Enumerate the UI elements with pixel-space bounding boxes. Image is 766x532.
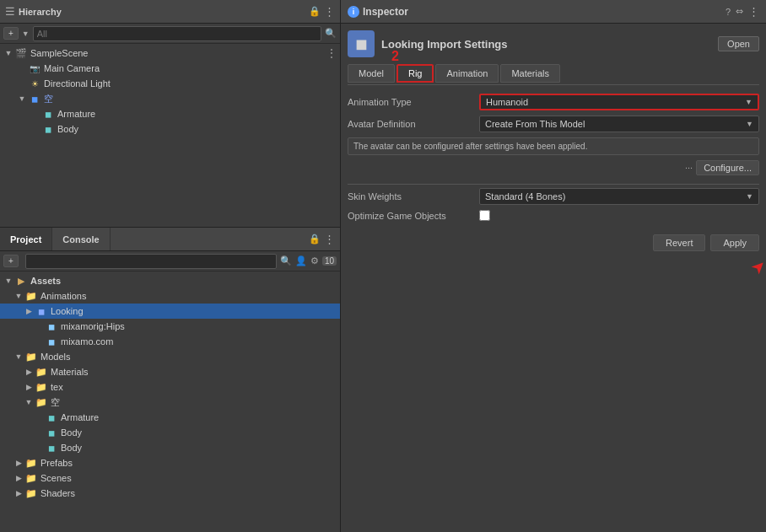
left-panel: ☰ Hierarchy 🔒 ⋮ + ▼ 🔍 ▼ 🎬 SampleScene ⋮ xyxy=(0,0,341,532)
hierarchy-search-input[interactable] xyxy=(33,26,321,41)
tab-materials[interactable]: Materials xyxy=(500,64,560,83)
tab-rig[interactable]: Rig xyxy=(396,64,434,83)
cube-icon2: ◼ xyxy=(42,123,54,135)
proj-item-looking[interactable]: ▶ ◼ Looking ➤ 1 xyxy=(0,304,340,319)
optimize-checkbox[interactable] xyxy=(479,210,490,221)
folder-icon-models: 📁 xyxy=(25,351,37,363)
proj-label: Materials xyxy=(51,367,89,377)
proj-item-models[interactable]: ▼ 📁 Models xyxy=(0,349,340,364)
fbx-asset-icon: ◼ xyxy=(355,35,368,53)
proj-item-armature2[interactable]: ▶ ◼ Armature xyxy=(0,410,340,425)
tree-label: 空 xyxy=(44,93,53,105)
info-icon: i xyxy=(348,6,359,18)
folder-icon-shaders: 📁 xyxy=(25,487,37,499)
skin-weights-dropdown[interactable]: Standard (4 Bones) ▼ xyxy=(479,188,759,205)
project-tab-row: Project Console 🔒 ⋮ xyxy=(0,228,340,251)
proj-item-materials[interactable]: ▶ 📁 Materials xyxy=(0,364,340,379)
inspector-layout-icon[interactable]: ⇔ xyxy=(736,6,743,17)
hierarchy-menu-icon[interactable]: ☰ xyxy=(5,5,15,18)
folder-arrow: ▶ xyxy=(24,383,34,391)
optimize-label: Optimize Game Objects xyxy=(348,211,474,221)
proj-item-prefabs[interactable]: ▶ 📁 Prefabs xyxy=(0,455,340,470)
project-filter-icon[interactable]: ⚙ xyxy=(310,255,319,266)
folder-arrow: ▼ xyxy=(13,352,24,361)
lock-icon[interactable]: 🔒 xyxy=(309,234,321,245)
inspector-dots-icon[interactable]: ⋮ xyxy=(748,5,759,18)
folder-arrow: ▶ xyxy=(24,307,34,315)
proj-item-assets[interactable]: ▼ ▶ Assets xyxy=(0,273,340,288)
tree-dots[interactable]: ⋮ xyxy=(326,47,337,59)
proj-label: Models xyxy=(40,352,70,362)
project-tab-label: Project xyxy=(10,234,41,245)
hierarchy-search-icon[interactable]: 🔍 xyxy=(325,28,337,39)
tab-model[interactable]: Model xyxy=(348,64,395,83)
folder-icon-assets: ▶ xyxy=(15,275,27,287)
configure-button[interactable]: Configure... xyxy=(696,160,759,175)
proj-item-scenes[interactable]: ▶ 📁 Scenes xyxy=(0,470,340,486)
animation-type-dropdown[interactable]: Humanoid ▼ xyxy=(479,94,759,110)
dropdown-arrow3: ▼ xyxy=(746,192,753,201)
folder-icon-tex: 📁 xyxy=(35,381,47,393)
hierarchy-add-button[interactable]: + xyxy=(3,27,19,40)
skin-weights-value: Standard (4 Bones) xyxy=(485,191,565,202)
animation-type-row: Animation Type Humanoid ▼ 3 xyxy=(348,94,759,110)
tree-item-empty[interactable]: ▼ ◼ 空 xyxy=(0,91,340,106)
folder-arrow: ▶ xyxy=(24,368,34,376)
tree-label: SampleScene xyxy=(30,48,89,58)
inspector-panel: i Inspector ? ⇔ ⋮ ◼ Looking Import Setti… xyxy=(341,0,766,532)
proj-label: Animations xyxy=(40,291,86,301)
dots-icon[interactable]: ⋮ xyxy=(324,233,335,245)
proj-label: 空 xyxy=(51,396,60,409)
tree-arrow: ▼ xyxy=(3,49,13,57)
tabs-container: Model Rig Animation Materials 2 xyxy=(348,64,759,85)
tree-label: Body xyxy=(57,124,78,134)
open-button[interactable]: Open xyxy=(718,36,759,51)
hierarchy-dropdown-icon[interactable]: ▼ xyxy=(22,30,30,38)
project-add-button[interactable]: + xyxy=(3,255,19,267)
project-collab-icon[interactable]: 👤 xyxy=(295,255,307,266)
proj-item-body2[interactable]: ▶ ◼ Body xyxy=(0,425,340,440)
tree-label: Armature xyxy=(57,109,95,119)
cube-icon-arm: ◼ xyxy=(46,411,57,423)
inspector-help-icon[interactable]: ? xyxy=(726,7,731,17)
configure-row: ... Configure... xyxy=(348,160,759,175)
proj-item-empty2[interactable]: ▼ 📁 空 xyxy=(0,395,340,410)
revert-button[interactable]: Revert xyxy=(653,234,705,251)
proj-label: Looking xyxy=(51,306,84,316)
tree-item-body[interactable]: ▶ ◼ Body xyxy=(0,121,340,137)
project-badge: 10 xyxy=(322,256,337,266)
annotation-2: 2 xyxy=(391,49,399,64)
proj-label: Scenes xyxy=(40,473,72,483)
scene-icon: 🎬 xyxy=(15,47,27,59)
inspector-header-right: ? ⇔ ⋮ xyxy=(726,5,759,18)
tab-console[interactable]: Console xyxy=(52,228,110,250)
tree-item-samplescene[interactable]: ▼ 🎬 SampleScene ⋮ xyxy=(0,46,340,61)
tree-item-directionallight[interactable]: ▶ ☀ Directional Light xyxy=(0,76,340,91)
proj-item-animations[interactable]: ▼ 📁 Animations xyxy=(0,288,340,304)
proj-item-mixamo[interactable]: ▶ ◼ mixamo.com xyxy=(0,334,340,349)
proj-label: Prefabs xyxy=(40,458,73,468)
folder-arrow: ▼ xyxy=(3,277,13,285)
proj-item-tex[interactable]: ▶ 📁 tex xyxy=(0,379,340,395)
apply-button[interactable]: Apply xyxy=(710,234,759,251)
proj-item-hips[interactable]: ▶ ◼ mixamorig:Hips xyxy=(0,319,340,334)
project-search-input[interactable] xyxy=(25,254,277,269)
inspector-header: i Inspector ? ⇔ ⋮ xyxy=(341,0,766,24)
annotation-arrow-4: ➤ xyxy=(747,255,766,279)
tree-item-maincamera[interactable]: ▶ 📷 Main Camera xyxy=(0,61,340,76)
proj-item-body3[interactable]: ▶ ◼ Body xyxy=(0,440,340,455)
cube-blue-icon: ◼ xyxy=(29,93,40,105)
anim-icon-mixamo: ◼ xyxy=(46,336,57,347)
hierarchy-dots-icon[interactable]: ⋮ xyxy=(324,5,335,18)
tree-item-armature[interactable]: ▶ ◼ Armature xyxy=(0,106,340,121)
hierarchy-tree: ▼ 🎬 SampleScene ⋮ ▶ 📷 Main Camera ▶ ☀ Di… xyxy=(0,44,340,227)
tab-animation[interactable]: Animation xyxy=(435,64,499,83)
folder-arrow: ▼ xyxy=(13,292,24,300)
avatar-def-dropdown[interactable]: Create From This Model ▼ xyxy=(479,116,759,132)
hierarchy-lock-icon[interactable]: 🔒 xyxy=(309,6,321,17)
folder-icon-animations: 📁 xyxy=(25,290,37,302)
tab-project[interactable]: Project xyxy=(0,228,52,250)
light-icon: ☀ xyxy=(29,78,40,89)
project-search-icon[interactable]: 🔍 xyxy=(280,255,292,266)
proj-item-shaders[interactable]: ▶ 📁 Shaders xyxy=(0,486,340,501)
